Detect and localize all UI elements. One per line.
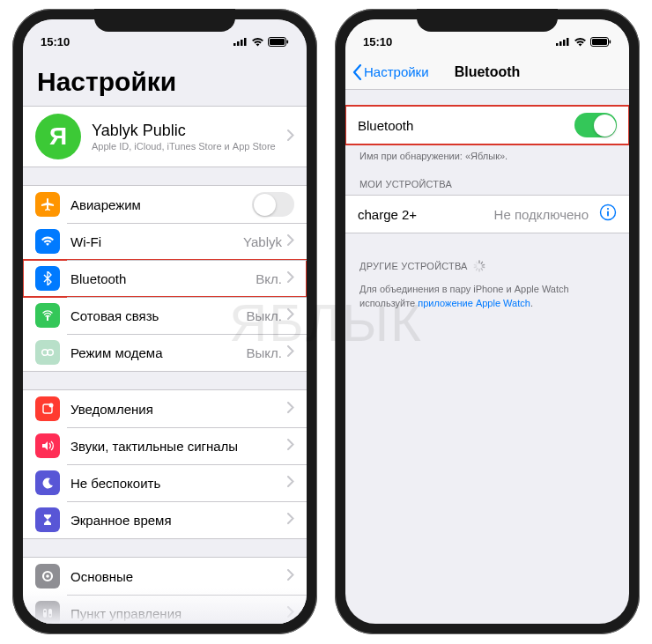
screentime-label: Экранное время [70, 513, 287, 528]
cellular-signal-icon [556, 37, 570, 46]
bluetooth-value: Вкл. [256, 271, 282, 286]
status-time: 15:10 [363, 35, 392, 48]
svg-point-11 [49, 403, 54, 408]
bluetooth-toggle-label: Bluetooth [358, 118, 574, 133]
svg-rect-5 [270, 39, 285, 45]
cellular-icon [35, 303, 60, 328]
svg-rect-7 [47, 316, 48, 321]
back-button[interactable]: Настройки [352, 64, 429, 80]
wifi-icon [251, 37, 264, 47]
device-status: Не подключено [494, 207, 589, 222]
svg-rect-21 [556, 43, 559, 46]
gear-icon [35, 564, 60, 588]
device-row[interactable]: charge 2+ Не подключено [345, 196, 629, 233]
my-devices-header: МОИ УСТРОЙСТВА [345, 175, 629, 195]
chevron-right-icon [287, 401, 294, 417]
cellular-signal-icon [233, 37, 248, 46]
hotspot-row[interactable]: Режим модема Выкл. [23, 334, 307, 371]
svg-line-37 [476, 269, 477, 270]
cellular-label: Сотовая связь [70, 308, 247, 323]
svg-rect-2 [241, 40, 243, 46]
svg-rect-23 [563, 40, 566, 46]
battery-icon [590, 37, 611, 47]
status-time: 15:10 [41, 35, 70, 48]
page-title: Настройки [23, 55, 307, 106]
profile-subtitle: Apple ID, iCloud, iTunes Store и App Sto… [92, 141, 287, 152]
controlcenter-row[interactable]: Пункт управления [23, 595, 307, 624]
chevron-right-icon [287, 344, 294, 360]
chevron-right-icon [287, 129, 294, 144]
other-devices-header: ДРУГИЕ УСТРОЙСТВА [345, 256, 629, 278]
wifi-icon [574, 37, 587, 47]
airplane-toggle[interactable] [252, 192, 294, 217]
svg-rect-1 [237, 41, 240, 46]
nav-title: Bluetooth [455, 64, 521, 80]
svg-rect-15 [48, 609, 52, 618]
general-label: Основные [70, 569, 287, 584]
hotspot-value: Выкл. [247, 345, 282, 360]
sliders-icon [35, 601, 60, 624]
svg-line-35 [481, 269, 482, 270]
moon-icon [35, 470, 60, 495]
sounds-icon [35, 433, 60, 458]
wifi-value: Yablyk [243, 234, 282, 249]
general-row[interactable]: Основные [23, 558, 307, 595]
dnd-row[interactable]: Не беспокоить [23, 464, 307, 501]
back-label: Настройки [364, 64, 429, 79]
chevron-right-icon [287, 307, 294, 323]
svg-point-13 [46, 574, 49, 578]
chevron-right-icon [287, 438, 294, 454]
chevron-right-icon [287, 475, 294, 491]
notch [94, 9, 235, 32]
chevron-right-icon [287, 233, 294, 249]
svg-rect-22 [559, 41, 562, 46]
phone-right: 15:10 Настройки Bluetooth Bluetooth [335, 9, 640, 634]
cellular-value: Выкл. [247, 308, 282, 323]
battery-icon [268, 37, 289, 47]
airplane-icon [35, 192, 60, 217]
svg-rect-26 [592, 39, 607, 45]
svg-line-33 [482, 265, 484, 266]
svg-rect-24 [567, 38, 569, 46]
hotspot-icon [35, 340, 60, 365]
svg-rect-6 [287, 40, 289, 43]
chevron-right-icon [287, 512, 294, 528]
dnd-label: Не беспокоить [70, 476, 287, 491]
info-icon[interactable] [599, 204, 617, 225]
avatar: Я [35, 114, 81, 159]
profile-name: Yablyk Public [92, 122, 287, 140]
svg-line-34 [482, 267, 484, 268]
bluetooth-row[interactable]: Bluetooth Вкл. [23, 260, 307, 297]
airplane-row[interactable]: Авиарежим [23, 186, 307, 223]
apple-watch-link[interactable]: приложение Apple Watch [418, 298, 530, 308]
svg-rect-0 [233, 43, 236, 46]
wifi-settings-icon [35, 229, 60, 254]
bluetooth-toggle-row[interactable]: Bluetooth [345, 107, 629, 144]
svg-rect-3 [244, 38, 247, 46]
spinner-icon [473, 260, 485, 272]
sounds-label: Звуки, тактильные сигналы [70, 439, 287, 454]
svg-point-29 [607, 208, 609, 210]
controlcenter-label: Пункт управления [70, 606, 287, 621]
bluetooth-label: Bluetooth [70, 271, 256, 286]
discoverable-footer: Имя при обнаружении: «Яблык». [345, 144, 629, 168]
nav-bar: Настройки Bluetooth [345, 55, 629, 90]
svg-rect-27 [610, 40, 611, 43]
wifi-label: Wi-Fi [70, 234, 243, 249]
notifications-icon [35, 396, 60, 421]
airplane-label: Авиарежим [70, 197, 252, 212]
wifi-row[interactable]: Wi-Fi Yablyk [23, 223, 307, 260]
screentime-row[interactable]: Экранное время [23, 501, 307, 538]
cellular-row[interactable]: Сотовая связь Выкл. [23, 297, 307, 334]
phone-left: 15:10 Настройки Я Yablyk Public Apple ID… [12, 9, 317, 634]
svg-line-38 [474, 267, 476, 268]
svg-rect-14 [43, 609, 47, 618]
bluetooth-icon [35, 266, 60, 291]
notifications-row[interactable]: Уведомления [23, 390, 307, 427]
profile-row[interactable]: Я Yablyk Public Apple ID, iCloud, iTunes… [23, 107, 307, 167]
sounds-row[interactable]: Звуки, тактильные сигналы [23, 427, 307, 464]
hourglass-icon [35, 507, 60, 532]
svg-point-16 [44, 611, 47, 613]
bluetooth-toggle[interactable] [574, 113, 617, 137]
svg-line-40 [476, 263, 477, 264]
